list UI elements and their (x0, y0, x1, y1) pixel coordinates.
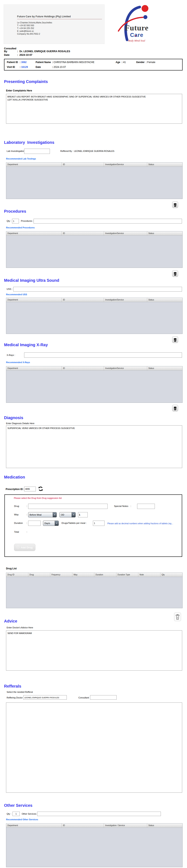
trash-icon (173, 203, 177, 207)
age-value: 41 (123, 61, 126, 64)
consult-date-value: 2024-10-07 (20, 54, 32, 56)
xray-table-body[interactable] (6, 371, 182, 403)
logo-care-text: Care ♥ (116, 32, 158, 38)
refresh-prescription-button[interactable] (38, 486, 43, 492)
table-header-row: Drug ID Drug Fequency Way Duration Durat… (6, 573, 182, 577)
company-address: Le Chainter,Victoria,Mahe,Seychelles (17, 21, 52, 24)
lab-investigation-input[interactable] (24, 149, 50, 154)
trash-icon (173, 338, 177, 342)
duration-unit-select[interactable]: Day/s ▼ (43, 521, 59, 526)
drug-list-table-body[interactable] (6, 577, 182, 608)
age-label: Age (116, 61, 122, 64)
col-investigation: Investigation/Service (104, 298, 147, 302)
recommended-other-link: Recommended Other Services (6, 818, 38, 821)
procedures-input[interactable] (34, 219, 182, 223)
reffering-doctor-input[interactable] (23, 695, 67, 700)
patient-name-value: CHRISTINA BARBARA MOUSTACHE (53, 61, 94, 64)
way-label: Way: (14, 513, 27, 516)
section-title-xray: Medical Imaging X-Ray (4, 343, 48, 347)
lab-testings-table-body[interactable] (6, 167, 182, 199)
refresh-icon (38, 486, 43, 491)
duration-input[interactable] (28, 521, 41, 526)
colon: : (52, 66, 53, 68)
table-header-row: Department ID Investigation / Service St… (6, 824, 182, 828)
lab-delete-button[interactable] (172, 202, 178, 208)
uss-delete-button[interactable] (172, 336, 178, 343)
col-duration: Duration (94, 573, 116, 577)
advice-textarea[interactable]: SEND FOR MAMOGRAM (6, 630, 182, 671)
section-title-procedures: Procedures (4, 209, 26, 214)
diagnosis-textarea[interactable]: SUPERFICIAL VEINS VARICES OR OTHER PROCE… (6, 425, 182, 468)
procedures-table-body[interactable] (6, 236, 182, 268)
uss-table-body[interactable] (6, 302, 182, 334)
refferal-select-label: Select the needed Refferal (7, 691, 33, 693)
per-meal-label: Drugs/Tablets per meal : (62, 522, 87, 524)
prescription-id-input[interactable] (24, 487, 36, 491)
col-qty: Qty (160, 573, 183, 577)
col-way: Way (72, 573, 95, 577)
consult-date-row: Date : 2024-10-07 (4, 54, 32, 56)
consultation-page: Future Care by Future Holdings (Pty) Lim… (0, 0, 187, 868)
drug-list-table: Drug ID Drug Fequency Way Duration Durat… (6, 572, 183, 608)
xray-table: Department ID Investigation/Service Stat… (6, 366, 183, 403)
col-duration-type: Duration Type (116, 573, 139, 577)
visit-id-value: 16129 (21, 66, 28, 68)
col-status: Status (147, 298, 182, 302)
consulted-by-value: Dr. LEONEL ENRIQUE GUERRA ROSALES (20, 50, 70, 53)
company-phone-1: T: +24 82 593 593 (17, 24, 34, 27)
uss-input[interactable] (13, 287, 182, 291)
patient-name-label: Patient Name (36, 61, 52, 64)
plus-icon: + (16, 546, 20, 549)
colon: : (27, 513, 27, 516)
col-investigation: Investigation/Service (104, 366, 147, 370)
consulted-by-row: Consulted By : Dr. LEONEL ENRIQUE GUERRA… (4, 47, 70, 53)
drug-list-delete-button[interactable] (174, 613, 181, 621)
colon: : (27, 505, 27, 507)
chevron-down-icon: ▼ (72, 512, 75, 517)
drug-input[interactable] (28, 504, 108, 509)
col-status: Status (147, 366, 182, 370)
procedures-qty-input[interactable] (12, 219, 19, 223)
refferal-list-box[interactable] (6, 703, 182, 793)
logo-tagline: Body Mind Soul (116, 39, 158, 42)
way-meal-select[interactable]: Before Meal ▼ (28, 512, 57, 517)
other-services-table-body[interactable] (6, 828, 182, 867)
way-label-word: Way (14, 513, 27, 516)
special-notes-input[interactable] (137, 504, 155, 509)
colon: : (130, 505, 131, 507)
patient-age-item: Age: 41 (116, 61, 126, 64)
xray-delete-button[interactable] (172, 405, 178, 411)
advice-label: Enter Doctor's Advice Here (7, 626, 33, 629)
visit-date-item: Date: 2024-10-07 (36, 66, 66, 68)
other-services-table: Department ID Investigation / Service St… (6, 823, 183, 867)
colon: : (17, 50, 18, 53)
trash-outline-icon (175, 614, 180, 620)
duration-unit-value: Day/s (43, 522, 55, 524)
reffering-doctor-label: Reffering Doctor (7, 696, 23, 699)
col-department: Department (6, 298, 62, 302)
way-frequency-value: OD (60, 514, 72, 516)
visit-id-item: Visit ID: 16129 (7, 66, 28, 68)
xray-input[interactable] (24, 352, 182, 358)
company-number: Company No.8417652-2 (17, 32, 40, 35)
complaints-textarea[interactable]: BREAST USS REPORT: BOTH BREAST HAVE SONO… (6, 94, 182, 124)
add-drug-button[interactable]: + Add Drug (14, 544, 35, 551)
other-services-label: Other Services : (22, 813, 38, 815)
duration-label-word: Duration (14, 522, 27, 524)
trash-icon (173, 272, 177, 276)
consultant-input[interactable] (90, 695, 117, 700)
col-id: ID (62, 298, 104, 302)
other-services-input[interactable] (37, 812, 161, 816)
company-header: Future Care by Future Holdings (Pty) Lim… (4, 4, 105, 44)
logo-care-word: Care (130, 32, 143, 38)
way-count-input[interactable] (78, 512, 88, 517)
col-department: Department (6, 162, 62, 166)
special-notes-label: Special Notes: (114, 505, 131, 507)
per-meal-input[interactable] (93, 521, 105, 526)
procedures-delete-button[interactable] (172, 270, 178, 277)
recommended-lab-link: Recommended Lab Testings (6, 157, 36, 160)
company-email: E: jude@future.sc (17, 30, 34, 32)
way-frequency-select[interactable]: OD ▼ (60, 512, 76, 517)
other-qty-input[interactable] (12, 812, 20, 816)
total-label: Total: (14, 531, 27, 533)
